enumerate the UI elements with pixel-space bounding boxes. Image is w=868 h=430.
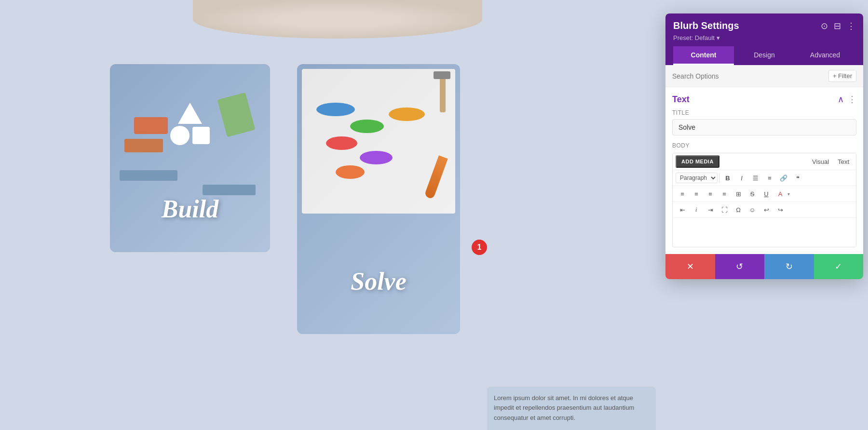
ordered-list-button[interactable]: ≡ [763, 172, 776, 184]
card-build-title: Build [162, 195, 219, 223]
toolbar-row-3: ⇤ 𝑖 ⇥ ⛶ Ω ☺ ↩ ↪ [673, 202, 856, 218]
indent-less-button[interactable]: ⇤ [676, 203, 689, 216]
card-tools [110, 64, 270, 252]
panel-preset[interactable]: Preset: Default ▾ [673, 34, 855, 41]
filter-button[interactable]: + Filter [828, 70, 856, 82]
panel-content: Text ∧ ⋮ Title Body ADD MEDIA Visual Tex… [665, 87, 863, 254]
camera-icon[interactable]: ⊙ [821, 21, 828, 31]
paragraph-select[interactable]: Paragraph Heading 1 Heading 2 [676, 173, 718, 183]
align-justify-button[interactable]: ≡ [718, 188, 731, 200]
tab-design[interactable]: Design [734, 46, 795, 65]
ring-1 [316, 103, 355, 116]
panel-header: Blurb Settings ⊙ ⊟ ⋮ Preset: Default ▾ C… [665, 13, 863, 65]
special-char-button[interactable]: Ω [732, 203, 745, 216]
panel-search: + Filter [665, 65, 863, 87]
action-bar: ✕ ↺ ↻ ✓ [665, 254, 863, 279]
blue-strip-1 [120, 170, 177, 181]
panel-header-icons: ⊙ ⊟ ⋮ [821, 21, 855, 31]
redo-button[interactable]: ↪ [773, 203, 787, 216]
notification-badge: 1 [472, 240, 487, 255]
italic-alt-button[interactable]: 𝑖 [690, 203, 703, 216]
confirm-button[interactable]: ✓ [814, 254, 864, 279]
green-piece [217, 93, 256, 137]
tab-text-editor[interactable]: Text [834, 156, 853, 167]
more-options-icon[interactable]: ⋮ [847, 21, 855, 31]
title-field-label: Title [672, 109, 856, 116]
triangle-shape [178, 103, 202, 124]
circle-shape [170, 126, 190, 145]
columns-icon[interactable]: ⊟ [834, 21, 841, 31]
solve-photo [302, 69, 455, 214]
ring-3 [326, 136, 357, 150]
toolbar-row-1: Paragraph Heading 1 Heading 2 B I ☰ ≡ 🔗 … [673, 170, 856, 186]
ring-5 [360, 151, 393, 164]
section-controls: ∧ ⋮ [838, 94, 856, 105]
toolbar-top: ADD MEDIA Visual Text [673, 153, 856, 170]
align-right-button[interactable]: ≡ [704, 188, 717, 200]
settings-panel: Blurb Settings ⊙ ⊟ ⋮ Preset: Default ▾ C… [665, 13, 863, 279]
blue-strip-2 [203, 185, 256, 195]
toy-rings [312, 83, 447, 199]
text-section-header: Text ∧ ⋮ [672, 94, 856, 105]
ring-4 [389, 108, 425, 121]
ring-2 [350, 120, 384, 133]
undo-action-button[interactable]: ↺ [715, 254, 765, 279]
orange-piece-2 [124, 139, 163, 152]
underline-button[interactable]: U [760, 188, 773, 200]
tab-advanced[interactable]: Advanced [795, 46, 855, 65]
emoji-button[interactable]: ☺ [746, 203, 759, 216]
card-solve: Solve [297, 64, 460, 334]
editor-toolbar: ADD MEDIA Visual Text Paragraph Heading … [672, 153, 856, 247]
undo-button[interactable]: ↩ [760, 203, 773, 216]
panel-tabs: Content Design Advanced [673, 46, 855, 65]
toolbar-row-2: ≡ ≡ ≡ ≡ ⊞ S U A ▾ [673, 186, 856, 202]
redo-action-button[interactable]: ↻ [764, 254, 814, 279]
bold-button[interactable]: B [721, 172, 734, 184]
link-button[interactable]: 🔗 [777, 172, 790, 184]
search-input[interactable] [672, 72, 828, 80]
align-left-button[interactable]: ≡ [676, 188, 689, 200]
hammer-stick [440, 74, 446, 112]
blockquote-button[interactable]: ❝ [791, 172, 804, 184]
tab-visual[interactable]: Visual [808, 156, 833, 167]
shapes-icon [170, 103, 210, 145]
strikethrough-button[interactable]: S [746, 188, 759, 200]
unordered-list-button[interactable]: ☰ [749, 172, 762, 184]
lorem-text-card: Lorem ipsum dolor sit amet. In mi dolore… [487, 387, 656, 430]
title-input[interactable] [672, 119, 856, 135]
tab-content[interactable]: Content [673, 46, 734, 65]
collapse-button[interactable]: ∧ [838, 94, 844, 105]
card-solve-title: Solve [351, 267, 407, 296]
orange-piece-1 [134, 117, 168, 134]
indent-more-button[interactable]: ⇥ [704, 203, 717, 216]
card-build: Build [110, 64, 270, 252]
body-field-label: Body [672, 142, 856, 149]
add-media-button[interactable]: ADD MEDIA [676, 155, 719, 168]
cancel-button[interactable]: ✕ [665, 254, 715, 279]
font-color-button[interactable]: A [773, 188, 787, 200]
card-solve-inner: Solve [297, 64, 460, 334]
table-button[interactable]: ⊞ [732, 188, 745, 200]
section-title-text: Text [672, 94, 690, 105]
ring-6 [336, 165, 365, 179]
editor-area[interactable] [673, 218, 856, 247]
square-shape [192, 127, 210, 144]
section-more-button[interactable]: ⋮ [848, 94, 856, 105]
card-build-content: Build [110, 64, 270, 252]
fullscreen-button[interactable]: ⛶ [718, 203, 731, 216]
hammer-head [434, 71, 450, 79]
italic-button[interactable]: I [735, 172, 748, 184]
panel-title: Blurb Settings [673, 20, 739, 31]
align-center-button[interactable]: ≡ [690, 188, 703, 200]
panel-header-top: Blurb Settings ⊙ ⊟ ⋮ [673, 20, 855, 31]
divider-1 [719, 173, 719, 183]
top-image [193, 0, 482, 39]
shape-row [170, 126, 210, 145]
